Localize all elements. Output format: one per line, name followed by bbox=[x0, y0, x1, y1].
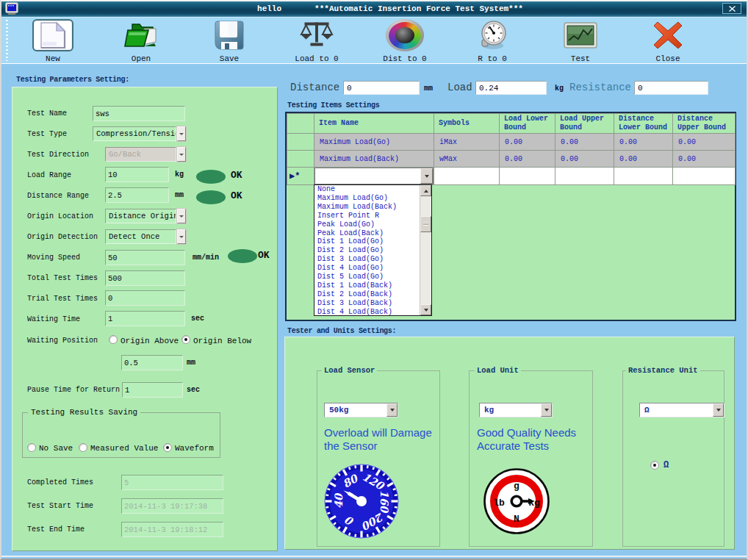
toolbar-button-close[interactable]: Close bbox=[630, 18, 706, 64]
dropdown-option[interactable]: Dist 4 Load(Back) bbox=[314, 308, 431, 317]
dropdown-option[interactable]: Dist 3 Load(Go) bbox=[314, 255, 431, 264]
ohm-radio-label: Ω bbox=[664, 460, 669, 470]
dropdown-option[interactable]: Peak Load(Go) bbox=[314, 220, 431, 229]
table-cell[interactable]: 0.00 bbox=[673, 151, 736, 168]
resistance-unit-combo[interactable]: Ω bbox=[639, 403, 724, 417]
dropdown-option[interactable]: Dist 5 Load(Go) bbox=[314, 273, 431, 281]
origin-below-radio[interactable] bbox=[181, 335, 190, 344]
waiting-offset-input[interactable] bbox=[121, 355, 183, 370]
distance-range-input[interactable] bbox=[105, 187, 169, 203]
pause-time-input[interactable] bbox=[122, 382, 183, 398]
test-name-label: Test Name bbox=[27, 110, 67, 118]
window-title-main: ***Automatic Insertion Force Test System… bbox=[314, 4, 523, 13]
load-sensor-combo[interactable]: 50kg bbox=[324, 403, 398, 417]
total-test-times-input[interactable] bbox=[105, 270, 185, 286]
toolbar-button-save[interactable]: Save bbox=[191, 18, 267, 64]
dropdown-option[interactable]: Dist 1 Load(Go) bbox=[314, 237, 431, 246]
dropdown-option[interactable]: Peak Load(Back) bbox=[314, 229, 431, 238]
table-cell[interactable]: wMax bbox=[434, 151, 500, 168]
table-cell-empty[interactable] bbox=[673, 168, 736, 185]
table-cell[interactable]: 0.00 bbox=[555, 134, 614, 151]
load-unit-dropdown-button[interactable] bbox=[541, 403, 552, 417]
ohm-radio[interactable] bbox=[650, 461, 659, 470]
table-row[interactable]: Maximum Load(Back) wMax 0.00 0.00 0.00 0… bbox=[287, 151, 736, 168]
origin-location-combo[interactable]: Distance Origin bbox=[105, 209, 186, 223]
dropdown-option[interactable]: Insert Point R bbox=[314, 212, 431, 220]
table-cell-empty[interactable] bbox=[555, 168, 614, 185]
table-cell[interactable]: 0.00 bbox=[555, 151, 614, 168]
color-wheel-icon bbox=[384, 19, 425, 51]
table-cell[interactable]: 0.00 bbox=[614, 134, 673, 151]
dropdown-option[interactable]: Maximum Load(Back) bbox=[314, 203, 431, 212]
toolbar-button-open[interactable]: Open bbox=[103, 18, 179, 64]
toolbar-label-r-zero: R to 0 bbox=[454, 54, 531, 63]
moving-speed-unit: mm/min bbox=[193, 254, 219, 262]
toolbar-grip[interactable] bbox=[6, 20, 8, 61]
load-unit-note: Good Quality Needs Accurate Tests bbox=[477, 426, 576, 452]
window-close-button[interactable] bbox=[722, 3, 741, 14]
dropdown-option[interactable]: Dist 3 Load(Back) bbox=[314, 299, 431, 308]
toolbar-button-r-zero[interactable]: R to 0 bbox=[454, 18, 531, 64]
scroll-up-button[interactable] bbox=[420, 185, 431, 196]
dropdown-scrollbar[interactable] bbox=[420, 185, 431, 315]
test-name-input[interactable] bbox=[93, 106, 185, 121]
resistance-unit-dropdown-button[interactable] bbox=[713, 403, 724, 417]
scrollbar-thumb[interactable] bbox=[420, 216, 431, 232]
toolbar-button-dist-zero[interactable]: Dist to 0 bbox=[367, 18, 443, 64]
waveform-radio[interactable] bbox=[163, 443, 172, 452]
toolbar-button-new[interactable]: New bbox=[15, 18, 91, 64]
table-cell[interactable]: 0.00 bbox=[500, 134, 555, 151]
toolbar-button-load-zero[interactable]: Load to 0 bbox=[278, 18, 355, 64]
table-cell-empty[interactable] bbox=[500, 168, 555, 185]
table-row[interactable]: Maximum Load(Go) iMax 0.00 0.00 0.00 0.0… bbox=[287, 134, 736, 151]
measured-value-radio[interactable] bbox=[79, 443, 87, 452]
moving-speed-label: Moving Speed bbox=[27, 254, 80, 262]
origin-detection-dropdown-button[interactable] bbox=[177, 229, 186, 244]
table-cell[interactable]: iMax bbox=[434, 134, 500, 151]
load-range-input[interactable] bbox=[105, 167, 169, 182]
dropdown-option[interactable]: Dist 4 Load(Go) bbox=[314, 264, 431, 273]
dropdown-option[interactable]: Maximum Load(Go) bbox=[314, 194, 431, 203]
load-unit-value: kg bbox=[480, 403, 541, 417]
table-cell[interactable]: 0.00 bbox=[500, 151, 555, 168]
distance-range-unit: mm bbox=[175, 191, 184, 199]
origin-detection-combo[interactable]: Detect Once bbox=[105, 229, 186, 244]
dropdown-option[interactable]: None bbox=[314, 185, 431, 194]
arrow-down-icon bbox=[424, 309, 428, 312]
row-selector-header bbox=[287, 114, 314, 134]
dropdown-option[interactable]: Dist 2 Load(Back) bbox=[314, 290, 431, 299]
origin-location-dropdown-button[interactable] bbox=[177, 209, 186, 223]
table-cell[interactable]: Maximum Load(Go) bbox=[314, 134, 434, 151]
distance-range-label: Distance Range bbox=[27, 192, 89, 200]
pause-time-label: Pause Time for Return bbox=[27, 386, 120, 394]
test-type-dropdown-button[interactable] bbox=[177, 126, 186, 141]
moving-speed-input[interactable] bbox=[105, 250, 185, 265]
table-cell[interactable]: 0.00 bbox=[673, 134, 736, 151]
no-save-label: No Save bbox=[39, 444, 73, 453]
load-unit-label: Load Unit bbox=[475, 366, 521, 375]
test-type-combo[interactable]: Compression/Tensio bbox=[93, 126, 186, 141]
load-sensor-dropdown-button[interactable] bbox=[386, 403, 398, 417]
table-cell-empty[interactable] bbox=[614, 168, 673, 185]
dropdown-option[interactable]: Dist 1 Load(Back) bbox=[314, 281, 431, 290]
table-new-row[interactable]: ▶* bbox=[287, 168, 736, 185]
no-save-radio[interactable] bbox=[27, 443, 36, 452]
scroll-down-button[interactable] bbox=[420, 304, 431, 315]
table-cell[interactable]: Maximum Load(Back) bbox=[314, 151, 434, 168]
toolbar-button-test[interactable]: Test bbox=[542, 18, 619, 64]
moving-speed-ok-indicator bbox=[228, 249, 257, 263]
load-unit-combo[interactable]: kg bbox=[479, 403, 553, 417]
unit-label-g: g bbox=[514, 481, 519, 492]
test-end-time-input bbox=[121, 522, 223, 537]
table-cell[interactable]: 0.00 bbox=[614, 151, 673, 168]
origin-above-radio[interactable] bbox=[109, 335, 118, 344]
waiting-time-input[interactable] bbox=[105, 311, 185, 326]
resistance-unit-label: Resistance Unit bbox=[626, 366, 700, 375]
table-cell-empty[interactable] bbox=[434, 168, 500, 185]
trial-test-times-input[interactable] bbox=[105, 290, 185, 306]
item-name-combo[interactable] bbox=[314, 168, 434, 184]
new-row-selector-cell: ▶* bbox=[287, 168, 314, 185]
dropdown-option[interactable]: Dist 2 Load(Go) bbox=[314, 246, 431, 255]
item-name-dropdown-button[interactable] bbox=[420, 168, 433, 184]
origin-location-label: Origin Location bbox=[27, 212, 93, 220]
